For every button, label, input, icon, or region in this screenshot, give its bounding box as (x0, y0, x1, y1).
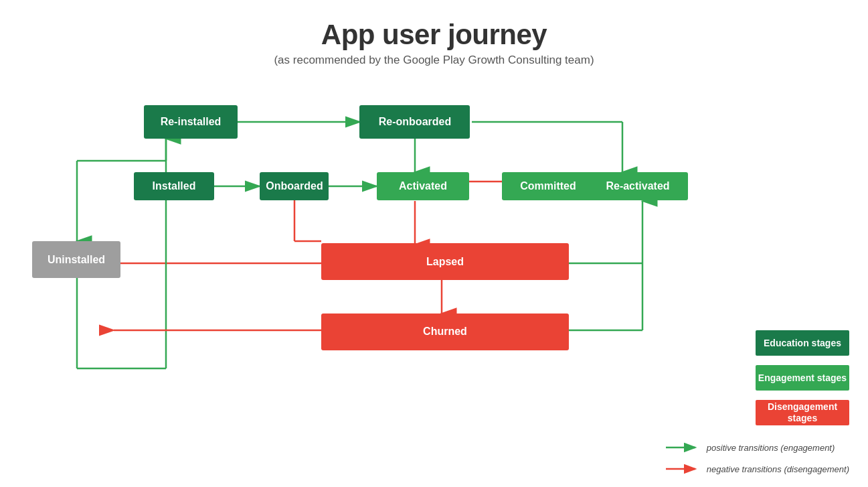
uninstalled-label: Uninstalled (48, 254, 105, 265)
legend-positive: positive transitions (engagement) (665, 441, 849, 454)
legend-positive-text: positive transitions (engagement) (707, 443, 835, 453)
legend-education-box: Education stages (756, 330, 849, 356)
activated-label: Activated (399, 180, 447, 192)
arrow-legend: positive transitions (engagement) negati… (665, 441, 849, 475)
main-title: App user journey (0, 19, 868, 51)
legend-negative: negative transitions (disengagement) (665, 463, 849, 475)
legend-education: Education stages (756, 330, 849, 356)
legend-disengagement: Disengagement stages (756, 400, 849, 425)
legend-negative-text: negative transitions (disengagement) (707, 464, 849, 474)
reinstalled-label: Re-installed (161, 116, 222, 127)
legend: Education stages Engagement stages Disen… (665, 330, 849, 475)
onboarded-label: Onboarded (266, 180, 323, 192)
reactivated-label: Re-activated (606, 180, 669, 192)
legend-engagement-label: Engagement stages (758, 372, 847, 384)
legend-red-arrow-icon (665, 463, 701, 475)
legend-education-label: Education stages (764, 338, 841, 349)
lapsed-label: Lapsed (426, 256, 464, 267)
title-section: App user journey (as recommended by the … (0, 0, 868, 67)
reonboarded-label: Re-onboarded (379, 116, 451, 127)
committed-label: Committed (520, 180, 576, 192)
legend-engagement: Engagement stages (756, 365, 849, 391)
churned-label: Churned (423, 326, 467, 337)
legend-disengagement-label: Disengagement stages (756, 401, 849, 424)
installed-label: Installed (153, 180, 196, 192)
legend-green-arrow-icon (665, 441, 701, 454)
legend-engagement-box: Engagement stages (756, 365, 849, 391)
legend-disengagement-box: Disengagement stages (756, 400, 849, 425)
page-container: App user journey (as recommended by the … (0, 0, 868, 487)
subtitle: (as recommended by the Google Play Growt… (0, 54, 868, 67)
